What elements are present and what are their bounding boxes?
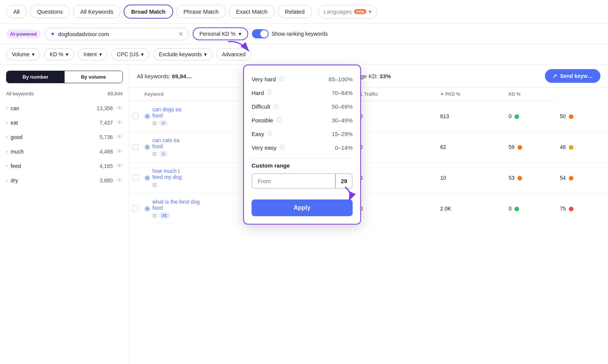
volume-filter[interactable]: Volume ▾ bbox=[6, 48, 40, 60]
eye-icon[interactable]: 👁 bbox=[117, 177, 123, 184]
serp-icon[interactable]: ⊟ bbox=[152, 151, 157, 157]
tab-all[interactable]: All bbox=[6, 5, 27, 18]
chevron-right-icon: › bbox=[6, 163, 8, 169]
kd-option-possible[interactable]: Possible ⓘ 30–49% bbox=[252, 113, 353, 127]
kd-option-label: Hard bbox=[252, 90, 264, 96]
add-keyword-icon[interactable]: ⊕ bbox=[144, 112, 150, 120]
intent-label: Intent bbox=[84, 51, 97, 57]
info-icon[interactable]: ⓘ bbox=[273, 103, 278, 110]
pkd-cell: 59 bbox=[505, 132, 557, 163]
sidebar-all-keywords-count: 69,844 bbox=[108, 91, 123, 97]
sidebar-item-count: 13,356 bbox=[97, 105, 113, 111]
eye-icon[interactable]: 👁 bbox=[117, 134, 123, 141]
from-input[interactable] bbox=[252, 174, 335, 188]
sidebar-item-dry[interactable]: › dry 3,880 👁 bbox=[0, 173, 129, 188]
languages-label: Languages bbox=[324, 8, 352, 15]
add-keyword-icon[interactable]: ⊕ bbox=[144, 204, 150, 213]
eye-icon[interactable]: 👁 bbox=[117, 148, 123, 155]
sidebar-item-label: feed bbox=[11, 163, 100, 169]
kd-dot bbox=[569, 176, 573, 180]
kd-option-hard[interactable]: Hard ⓘ 70–84% bbox=[252, 86, 353, 100]
intent-filter[interactable]: Intent ▾ bbox=[78, 48, 108, 60]
sidebar-item-much[interactable]: › much 4,488 👁 bbox=[0, 144, 129, 159]
send-keywords-button[interactable]: ↗ Send keyw… bbox=[545, 69, 600, 83]
kd-filter[interactable]: KD % ▾ bbox=[44, 48, 74, 60]
tab-all-keywords[interactable]: All Keywords bbox=[73, 5, 120, 18]
domain-text: dogfoodadvisor.com bbox=[58, 31, 109, 37]
kd-column-header: KD % bbox=[505, 88, 557, 101]
send-keywords-label: Send keyw… bbox=[560, 73, 593, 79]
chevron-down-icon: ▾ bbox=[66, 51, 68, 57]
info-icon[interactable]: ⓘ bbox=[280, 144, 285, 151]
info-icon[interactable]: ⓘ bbox=[267, 89, 272, 96]
sidebar-header: All keywords 69,844 bbox=[0, 89, 129, 101]
by-volume-btn[interactable]: By volume bbox=[65, 71, 123, 83]
chevron-right-icon: › bbox=[6, 149, 8, 154]
keywords-table: Keyword ne ⚙ ✦ Pot. Traffic ✦ PKD % KD % bbox=[129, 88, 608, 224]
pot-traffic-cell: 10 bbox=[437, 163, 505, 193]
row-checkbox[interactable] bbox=[132, 206, 138, 212]
tab-languages[interactable]: Languages beta ▾ bbox=[318, 5, 378, 19]
chevron-right-icon: › bbox=[6, 178, 8, 183]
add-keyword-icon[interactable]: ⊕ bbox=[144, 143, 150, 151]
exclude-keywords-filter[interactable]: Exclude keywords ▾ bbox=[153, 48, 212, 60]
row-checkbox[interactable] bbox=[132, 175, 138, 181]
keyword-link[interactable]: what is the best dogfood bbox=[152, 199, 200, 211]
table-row: ⊕ can dogs eafood ⊟ # 1,800 6 bbox=[129, 101, 608, 132]
kd-dot bbox=[569, 207, 573, 211]
tab-broad-match[interactable]: Broad Match bbox=[124, 5, 173, 19]
kd-option-very-easy[interactable]: Very easy ⓘ 0–14% bbox=[252, 141, 353, 154]
tab-phrase-match[interactable]: Phrase Match bbox=[176, 5, 226, 18]
row-checkbox[interactable] bbox=[132, 113, 138, 119]
info-icon[interactable]: ⓘ bbox=[267, 130, 272, 137]
pot-traffic-cell: 2.0K bbox=[437, 193, 505, 224]
keyword-link[interactable]: can dogs eafood bbox=[152, 106, 181, 119]
table-header-row: All keywords: 69,84… Average KD: 33% ↗ S… bbox=[129, 65, 608, 88]
tab-related[interactable]: Related bbox=[278, 5, 312, 18]
show-ranking-toggle[interactable]: Show ranking keywords bbox=[252, 29, 328, 38]
pot-traffic-cell: 62 bbox=[437, 132, 505, 163]
pkd-dot bbox=[518, 145, 522, 150]
sidebar-item-count: 4,488 bbox=[100, 149, 113, 155]
kd-option-very-hard[interactable]: Very hard ⓘ 85–100% bbox=[252, 72, 353, 86]
add-keyword-icon[interactable]: ⊕ bbox=[144, 174, 150, 182]
by-number-btn[interactable]: By number bbox=[6, 71, 65, 83]
close-icon[interactable]: ✕ bbox=[178, 30, 183, 38]
info-icon[interactable]: ⓘ bbox=[279, 76, 284, 82]
kd-option-range: 0–14% bbox=[335, 144, 353, 151]
sparkle-icon: ✦ bbox=[50, 30, 55, 38]
show-ranking-label: Show ranking keywords bbox=[272, 31, 328, 37]
domain-input[interactable]: ✦ dogfoodadvisor.com ✕ bbox=[44, 28, 189, 40]
kd-label: KD % bbox=[50, 51, 63, 57]
kd-option-easy[interactable]: Easy ⓘ 15–29% bbox=[252, 127, 353, 141]
serp-icon[interactable]: ⊟ bbox=[152, 212, 157, 218]
sidebar-item-count: 5,736 bbox=[100, 134, 113, 140]
sidebar-item-good[interactable]: › good 5,736 👁 bbox=[0, 130, 129, 144]
cpc-filter[interactable]: CPC (US ▾ bbox=[111, 48, 150, 60]
keyword-sub-row: ⊟ #1 bbox=[152, 212, 200, 218]
chevron-right-icon: › bbox=[6, 135, 8, 140]
pkd-cell: 53 bbox=[505, 163, 557, 193]
tab-exact-match[interactable]: Exact Match bbox=[229, 5, 275, 18]
tab-questions[interactable]: Questions bbox=[30, 5, 70, 18]
pkd-dot bbox=[515, 114, 519, 119]
eye-icon[interactable]: 👁 bbox=[117, 119, 123, 126]
sidebar-item-feed[interactable]: › feed 4,165 👁 bbox=[0, 159, 129, 173]
toggle-control[interactable] bbox=[252, 29, 269, 38]
chevron-right-icon: › bbox=[6, 106, 8, 111]
keyword-sub-row: ⊟ # bbox=[152, 151, 180, 157]
sidebar-item-eat[interactable]: › eat 7,437 👁 bbox=[0, 116, 129, 130]
kd-option-difficult[interactable]: Difficult ⓘ 50–69% bbox=[252, 100, 353, 113]
row-checkbox[interactable] bbox=[132, 144, 138, 150]
ai-powered-label: AI-powered bbox=[6, 30, 41, 38]
sidebar-item-can[interactable]: › can 13,356 👁 bbox=[0, 101, 129, 116]
keyword-link[interactable]: how much tfeed my dog bbox=[152, 168, 182, 180]
sidebar-item-label: much bbox=[11, 149, 100, 155]
eye-icon[interactable]: 👁 bbox=[117, 105, 123, 112]
keyword-link[interactable]: can cats eafood bbox=[152, 137, 180, 149]
eye-icon[interactable]: 👁 bbox=[117, 163, 123, 169]
serp-icon[interactable]: ⊟ bbox=[152, 182, 157, 188]
chevron-down-icon: ▾ bbox=[204, 51, 207, 57]
info-icon[interactable]: ⓘ bbox=[276, 117, 281, 123]
serp-icon[interactable]: ⊟ bbox=[152, 120, 157, 126]
